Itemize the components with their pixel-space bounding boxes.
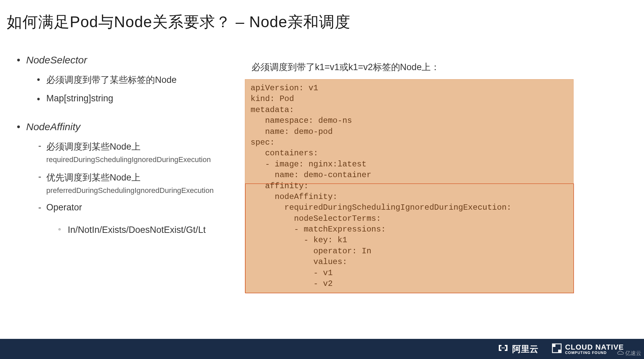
bullet-nodeaffinity: NodeAffinity (17, 121, 231, 133)
footer-bar: 阿里云 CLOUD NATIVE COMPUTING FOUND 亿速云 (0, 339, 644, 359)
bullet-nodeselector: NodeSelector (17, 54, 231, 66)
bullet-affinity-preferred-sub: preferredDuringSchedulingIgnoredDuringEx… (46, 186, 231, 195)
bullet-nodeselector-item-1: 必须调度到带了某些标签的Node (37, 74, 231, 86)
watermark-text: 亿速云 (625, 350, 641, 357)
bullet-nodeselector-item-2: Map[string]string (37, 93, 231, 104)
yaml-code-block: apiVersion: v1 kind: Pod metadata: names… (245, 79, 574, 293)
bullet-affinity-preferred: 优先调度到某些Node上 (37, 171, 231, 184)
brand-aliyun: 阿里云 (497, 343, 538, 355)
aliyun-icon (497, 344, 509, 355)
slide-content: NodeSelector 必须调度到带了某些标签的Node Map[string… (0, 41, 644, 293)
watermark-icon (617, 351, 624, 357)
left-column: NodeSelector 必须调度到带了某些标签的Node Map[string… (17, 54, 231, 293)
right-column: 必须调度到带了k1=v1或k1=v2标签的Node上： apiVersion: … (245, 54, 637, 293)
slide-title: 如何满足Pod与Node关系要求？ – Node亲和调度 (0, 0, 644, 41)
code-heading: 必须调度到带了k1=v1或k1=v2标签的Node上： (245, 61, 637, 73)
bullet-affinity-required: 必须调度到某些Node上 (37, 141, 231, 153)
brand-aliyun-text: 阿里云 (512, 343, 538, 355)
svg-rect-2 (558, 350, 561, 353)
bullet-affinity-operator-values: In/NotIn/Exists/DoesNotExist/Gt/Lt (57, 225, 231, 235)
bullet-affinity-required-sub: requiredDuringSchedulingIgnoredDuringExe… (46, 155, 231, 164)
brand-cncf-sub: COMPUTING FOUND (565, 351, 624, 355)
yaml-code-text: apiVersion: v1 kind: Pod metadata: names… (251, 84, 512, 288)
svg-rect-1 (552, 344, 555, 347)
brand-cncf: CLOUD NATIVE COMPUTING FOUND (552, 343, 624, 355)
brand-cncf-main: CLOUD NATIVE (565, 344, 624, 351)
watermark: 亿速云 (617, 350, 641, 357)
cncf-icon (552, 343, 562, 355)
bullet-affinity-operator: Operator (37, 202, 231, 213)
